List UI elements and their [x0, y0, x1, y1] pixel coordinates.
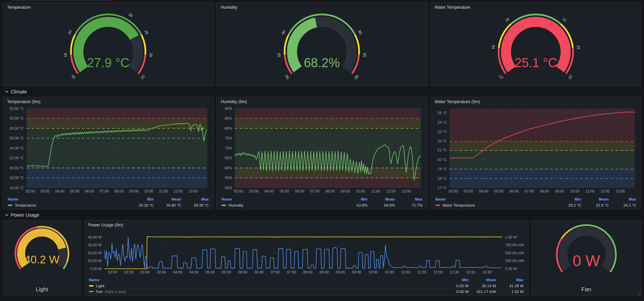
svg-text:11:00: 11:00: [401, 270, 410, 274]
humidity-5m-chart[interactable]: 50%55%60%65%70%75%80%85%90%02:0003:0004:…: [219, 106, 424, 194]
panel-title[interactable]: Humidity (5m): [217, 97, 427, 106]
legend-col-max[interactable]: Max: [181, 197, 209, 201]
legend-col-mean[interactable]: Mean: [581, 197, 609, 201]
section-label: Power Usage: [11, 212, 39, 218]
temperature-5m-chart[interactable]: 16.00 °C18.00 °C20.00 °C22.00 °C24.00 °C…: [6, 106, 211, 194]
svg-text:09:00: 09:00: [336, 270, 345, 274]
svg-text:02:00: 02:00: [234, 189, 244, 193]
svg-text:03:00: 03:00: [40, 189, 50, 193]
legend-series-fan[interactable]: Fan (right y-axis): [89, 290, 441, 294]
legend-series-temperature[interactable]: Temperature: [8, 203, 126, 207]
svg-text:19: 19: [504, 17, 510, 23]
panel-title[interactable]: Temperature: [3, 3, 213, 12]
svg-text:32: 32: [140, 74, 146, 80]
svg-text:68.2%: 68.2%: [304, 56, 340, 70]
legend-min-value: 20.2 °C: [554, 203, 581, 207]
svg-text:26.00 °C: 26.00 °C: [9, 136, 24, 140]
water-temperature-5m-chart[interactable]: 17 °C18 °C19 °C20 °C21 °C22 °C23 °C24 °C…: [433, 106, 638, 194]
legend-mean-value: 36.14 W: [469, 284, 496, 288]
svg-text:250.00 mW: 250.00 mW: [505, 259, 524, 263]
legend-col-min[interactable]: Min: [441, 278, 469, 282]
section-header-power-usage[interactable]: Power Usage: [0, 210, 644, 220]
svg-text:19 °C: 19 °C: [437, 167, 447, 171]
svg-text:10:30: 10:30: [385, 270, 394, 274]
legend-header: NameMinMeanMax: [88, 277, 524, 283]
legend-row: Water Temperature20.2 °C22.9 °C25.1 °C: [435, 202, 637, 208]
svg-text:20: 20: [67, 29, 73, 35]
legend-col-name[interactable]: Name: [8, 197, 126, 201]
panel-title[interactable]: Temperature (5m): [3, 97, 213, 106]
svg-text:1.00 W: 1.00 W: [505, 235, 517, 239]
legend-header: NameMinMeanMax: [435, 197, 637, 202]
fan-gauge: 0 W: [532, 224, 641, 281]
svg-text:22.00 °C: 22.00 °C: [9, 156, 24, 160]
svg-text:75%: 75%: [225, 136, 232, 140]
legend-mean-value: 161.17 mW: [469, 290, 496, 294]
svg-text:90: 90: [354, 74, 360, 80]
svg-text:23 °C: 23 °C: [437, 130, 447, 134]
svg-text:16: 16: [70, 74, 76, 80]
section-header-climate[interactable]: Climate: [0, 86, 644, 97]
svg-text:11:30: 11:30: [417, 270, 426, 274]
gauge-svg: 17181921222325.1 °C: [431, 12, 641, 85]
svg-text:13:00: 13:00: [402, 189, 411, 193]
svg-text:13:30: 13:30: [482, 270, 492, 274]
legend-series-light[interactable]: Light: [89, 284, 441, 288]
legend-col-name[interactable]: Name: [221, 197, 340, 201]
svg-text:55: 55: [277, 53, 281, 57]
legend-header: NameMinMeanMax: [221, 197, 423, 202]
legend-col-name[interactable]: Name: [435, 197, 554, 201]
series-line-light: [104, 236, 502, 269]
svg-text:18: 18: [63, 53, 67, 57]
humidity-gauge: 50556080859068.2%: [217, 12, 427, 85]
legend-col-mean[interactable]: Mean: [469, 278, 496, 282]
svg-text:07:00: 07:00: [525, 189, 534, 193]
legend-col-max[interactable]: Max: [496, 278, 524, 282]
panel-title[interactable]: Water Temperature (5m): [431, 97, 641, 106]
panel-humidity-5m: Humidity (5m) 50%55%60%65%70%75%80%85%90…: [216, 97, 427, 210]
gauge-row: Temperature 1618202628303227.9 °C Humidi…: [3, 2, 641, 86]
legend-col-mean[interactable]: Mean: [154, 197, 181, 201]
panel-title[interactable]: Humidity: [217, 3, 427, 12]
panel-title[interactable]: Power Usage (5m): [84, 220, 528, 230]
legend-col-max[interactable]: Max: [395, 197, 423, 201]
svg-text:05:00: 05:00: [280, 189, 289, 193]
svg-text:25.1 °C: 25.1 °C: [515, 56, 557, 70]
legend-col-min[interactable]: Min: [126, 197, 154, 201]
panel-temperature-gauge: Temperature 1618202628303227.9 °C: [3, 2, 214, 86]
chevron-down-icon: [5, 213, 8, 217]
svg-text:90%: 90%: [225, 106, 232, 111]
series-line-fan: [104, 237, 502, 268]
legend-col-name[interactable]: Name: [89, 278, 441, 282]
temperature-gauge: 1618202628303227.9 °C: [3, 12, 213, 85]
svg-text:500.00 mW: 500.00 mW: [505, 251, 524, 255]
svg-text:0.00 W: 0.00 W: [505, 267, 517, 271]
svg-text:05:00: 05:00: [70, 189, 79, 193]
svg-text:27.9 °C: 27.9 °C: [87, 56, 129, 70]
svg-text:10.00 W: 10.00 W: [88, 259, 102, 263]
legend-col-min[interactable]: Min: [340, 197, 368, 201]
svg-text:50%: 50%: [225, 186, 232, 190]
power-usage-5m-chart[interactable]: 0.00 W10.00 W20.00 W30.00 W40.00 W0.00 W…: [87, 230, 526, 275]
svg-text:21: 21: [561, 17, 568, 23]
svg-text:02:30: 02:30: [124, 270, 133, 274]
svg-text:05:30: 05:30: [222, 270, 231, 274]
svg-text:06:00: 06:00: [509, 189, 519, 193]
series-color-swatch: [89, 291, 94, 292]
legend-col-mean[interactable]: Mean: [368, 197, 395, 201]
svg-text:08:30: 08:30: [320, 270, 329, 274]
svg-text:12:00: 12:00: [386, 189, 396, 193]
panel-title[interactable]: Water Temperature: [431, 3, 641, 12]
legend-col-min[interactable]: Min: [554, 197, 581, 201]
legend: NameMinMeanMaxTemperature20.32 °C26.80 °…: [7, 197, 209, 208]
resize-handle[interactable]: [638, 293, 640, 295]
panel-light-gauge: 40.2 W Light: [3, 220, 81, 296]
panel-water-temperature-gauge: Water Temperature 17181921222325.1 °C: [430, 2, 641, 86]
legend-series-humidity[interactable]: Humidity: [221, 203, 340, 207]
legend-col-max[interactable]: Max: [609, 197, 636, 201]
panel-humidity-gauge: Humidity 50556080859068.2%: [216, 2, 427, 86]
svg-text:13:00: 13:00: [615, 189, 625, 193]
chart-svg: 16.00 °C18.00 °C20.00 °C22.00 °C24.00 °C…: [6, 106, 211, 194]
legend-series-water temperature[interactable]: Water Temperature: [435, 203, 554, 207]
svg-text:09:30: 09:30: [352, 270, 362, 274]
